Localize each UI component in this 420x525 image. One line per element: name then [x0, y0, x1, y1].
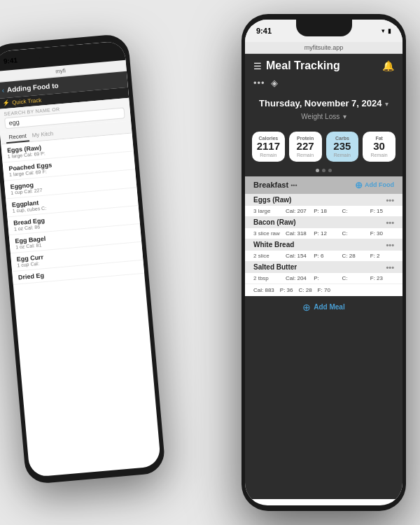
goal-row[interactable]: Weight Loss ▾	[253, 109, 394, 122]
butter-cal: Cal: 204	[286, 275, 309, 281]
bacon-carb: C:	[342, 230, 366, 237]
app-header: ☰ Meal Tracking 🔔	[245, 54, 402, 76]
carbs-value: 235	[329, 141, 356, 153]
add-food-icon: ⊕	[355, 180, 363, 190]
bread-fat: F: 2	[370, 253, 394, 259]
eggs-fat: F: 15	[370, 208, 394, 214]
butter-fat: F: 23	[370, 275, 394, 281]
screen-content: ☰ Meal Tracking 🔔 ••• ◈ Thursday, Novemb…	[245, 54, 402, 499]
breakfast-totals: Cal: 883 P: 36 C: 28 F: 70	[245, 284, 402, 296]
add-food-label: Add Food	[365, 181, 394, 188]
bacon-raw-entry[interactable]: Bacon (Raw) •••	[245, 216, 402, 228]
dots-indicator	[245, 166, 402, 176]
total-cal: Cal: 883	[253, 287, 274, 293]
front-notch-area: 9:41 ▾ ▮	[245, 20, 402, 42]
total-protein: P: 36	[280, 287, 293, 293]
breakfast-title: Breakfast •••	[253, 181, 298, 189]
back-food-list: Eggs (Raw) 1 large Cal: 69 P: Poached Eg…	[1, 133, 144, 285]
back-time: 9:41	[3, 56, 18, 65]
eggs-carb: C:	[342, 208, 366, 214]
white-bread-entry[interactable]: White Bread •••	[245, 239, 402, 251]
white-bread-details: 2 slice Cal: 154 P: 6 C: 28 F: 2	[245, 251, 402, 261]
total-fat: F: 70	[318, 287, 330, 293]
back-notch	[38, 45, 81, 64]
bacon-protein: P: 12	[314, 230, 337, 237]
carbs-sub: Remain	[329, 153, 356, 158]
app-title: Meal Tracking	[266, 59, 340, 72]
date-row[interactable]: Thursday, November 7, 2024 ▾	[253, 97, 394, 109]
fat-value: 30	[365, 141, 393, 153]
fat-card[interactable]: Fat 30 Remain	[363, 132, 396, 162]
fat-sub: Remain	[365, 153, 393, 158]
toolbar-dots[interactable]: •••	[253, 78, 265, 88]
butter-qty: 2 tbsp	[253, 275, 281, 281]
eggs-protein: P: 18	[314, 208, 337, 214]
hamburger-icon[interactable]: ☰	[253, 61, 262, 71]
back-arrow-icon: ‹	[1, 86, 4, 94]
salted-butter-entry[interactable]: Salted Butter •••	[245, 261, 402, 273]
dot-1	[316, 169, 319, 172]
wifi-icon: ▾	[382, 27, 385, 34]
eggs-raw-entry[interactable]: Eggs (Raw) •••	[245, 194, 402, 206]
goal-dropdown-icon: ▾	[343, 113, 346, 120]
back-phone-screen: 9:41 myfi ‹ Adding Food to ⚡ Quick Track…	[0, 41, 161, 477]
bread-protein: P: 6	[314, 253, 337, 259]
bacon-fat: F: 30	[370, 230, 394, 237]
eggs-cal: Cal: 207	[286, 208, 309, 214]
eggs-qty: 3 large	[253, 208, 281, 214]
bread-qty: 2 slice	[253, 253, 281, 259]
add-meal-button[interactable]: ⊕ Add Meal	[245, 296, 402, 318]
eggs-dots: •••	[386, 196, 394, 204]
protein-sub: Remain	[292, 153, 319, 158]
carbs-card[interactable]: Carbs 235 Remain	[326, 132, 359, 162]
butter-protein: P:	[314, 275, 337, 281]
front-notch	[296, 20, 352, 36]
goal-text: Weight Loss	[301, 113, 340, 120]
front-status-icons: ▾ ▮	[382, 27, 391, 34]
date-dropdown-icon: ▾	[385, 100, 388, 108]
breakfast-section-header: Breakfast ••• ⊕ Add Food	[245, 176, 402, 194]
dot-2	[322, 169, 326, 172]
total-carb: C: 28	[298, 287, 312, 293]
toolbar-shield-icon[interactable]: ◈	[271, 78, 278, 88]
app-title-row: ☰ Meal Tracking	[253, 59, 340, 72]
butter-carb: C:	[342, 275, 366, 281]
eggs-raw-details: 3 large Cal: 207 P: 18 C: F: 15	[245, 206, 402, 216]
add-meal-icon: ⊕	[302, 302, 311, 313]
bacon-cal: Cal: 318	[286, 230, 309, 237]
add-meal-label: Add Meal	[314, 303, 344, 311]
bacon-qty: 3 slice raw	[253, 230, 281, 237]
calories-card[interactable]: Calories 2117 Remain	[252, 132, 285, 162]
bell-icon[interactable]: 🔔	[382, 60, 394, 71]
front-phone: 9:41 ▾ ▮ myfitsuite.app ☰ Meal Tracking …	[241, 14, 406, 511]
bread-dots: •••	[386, 241, 394, 249]
dot-3	[328, 169, 332, 172]
nutrition-cards: Calories 2117 Remain Protein 227 Remain …	[245, 126, 402, 166]
protein-card[interactable]: Protein 227 Remain	[289, 132, 322, 162]
bolt-icon: ⚡	[3, 100, 10, 107]
calories-sub: Remain	[255, 153, 282, 158]
date-section: Thursday, November 7, 2024 ▾ Weight Loss…	[245, 92, 402, 126]
battery-icon: ▮	[388, 27, 391, 34]
calories-value: 2117	[255, 141, 282, 153]
protein-value: 227	[292, 141, 319, 153]
bread-carb: C: 28	[342, 253, 366, 259]
front-phone-screen: 9:41 ▾ ▮ myfitsuite.app ☰ Meal Tracking …	[245, 20, 402, 505]
salted-butter-details: 2 tbsp Cal: 204 P: C: F: 23	[245, 273, 402, 284]
quick-track-label: Quick Track	[12, 97, 42, 106]
bread-cal: Cal: 154	[286, 253, 309, 259]
add-food-button[interactable]: ⊕ Add Food	[355, 180, 394, 190]
back-header-title: Adding Food to	[6, 81, 59, 93]
app-toolbar: ••• ◈	[245, 76, 402, 92]
bacon-dots: •••	[386, 218, 394, 227]
butter-dots: •••	[386, 263, 394, 272]
back-phone: 9:41 myfi ‹ Adding Food to ⚡ Quick Track…	[0, 33, 166, 484]
tab-recent[interactable]: Recent	[6, 131, 30, 144]
front-time: 9:41	[256, 27, 272, 35]
date-text: Thursday, November 7, 2024	[259, 98, 382, 108]
front-url-bar: myfitsuite.app	[245, 42, 402, 54]
bacon-raw-details: 3 slice raw Cal: 318 P: 12 C: F: 30	[245, 228, 402, 239]
